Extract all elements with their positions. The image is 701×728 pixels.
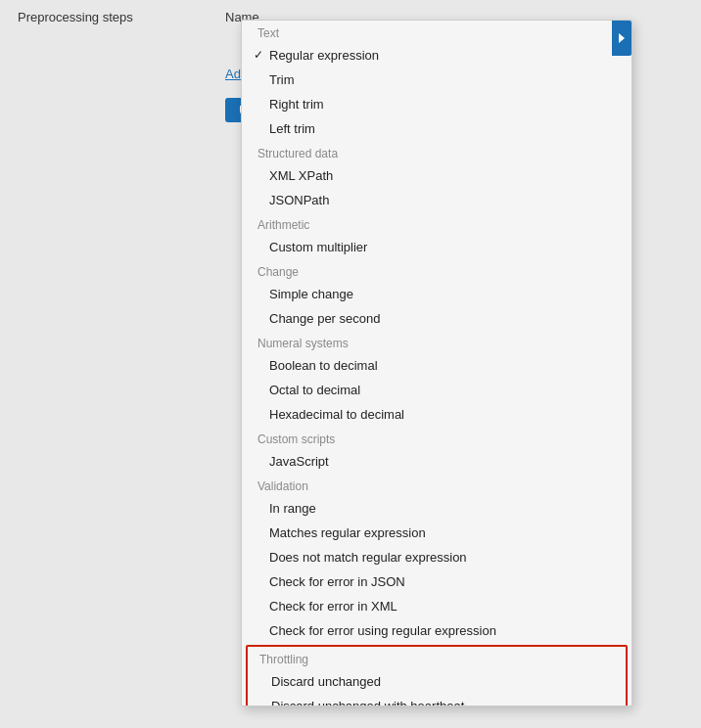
section-header-arithmetic: Arithmetic	[242, 212, 631, 235]
dropdown-item-simple-change[interactable]: Simple change	[242, 282, 631, 306]
dropdown-item-discard-unchanged[interactable]: Discard unchanged	[248, 669, 626, 694]
dropdown-item-javascript[interactable]: JavaScript	[242, 449, 631, 474]
dropdown-item-custom-multiplier[interactable]: Custom multiplier	[242, 235, 631, 259]
throttling-section: ThrottlingDiscard unchangedDiscard uncha…	[246, 645, 628, 705]
dropdown-arrow-indicator	[612, 21, 631, 56]
dropdown-item-right-trim[interactable]: Right trim	[242, 92, 631, 116]
dropdown-item-matches-regular-expression[interactable]: Matches regular expression	[242, 521, 631, 545]
dropdown-item-change-per-second[interactable]: Change per second	[242, 306, 631, 331]
dropdown-item-jsonpath[interactable]: JSONPath	[242, 188, 631, 212]
dropdown-item-check-for-error-in-xml[interactable]: Check for error in XML	[242, 594, 631, 618]
dropdown-item-xml-xpath[interactable]: XML XPath	[242, 163, 631, 188]
preprocessing-dropdown: TextRegular expressionTrimRight trimLeft…	[241, 20, 632, 706]
section-header-change: Change	[242, 259, 631, 282]
dropdown-item-trim[interactable]: Trim	[242, 68, 631, 92]
section-header-text: Text	[242, 21, 631, 43]
dropdown-item-discard-unchanged-with-heartbeat[interactable]: Discard unchanged with heartbeat	[248, 694, 626, 705]
section-header-custom-scripts: Custom scripts	[242, 427, 631, 449]
section-header-numeral-systems: Numeral systems	[242, 331, 631, 353]
dropdown-item-boolean-to-decimal[interactable]: Boolean to decimal	[242, 353, 631, 378]
dropdown-item-octal-to-decimal[interactable]: Octal to decimal	[242, 378, 631, 402]
dropdown-item-hexadecimal-to-decimal[interactable]: Hexadecimal to decimal	[242, 402, 631, 427]
dropdown-item-check-for-error-using-regular-expression[interactable]: Check for error using regular expression	[242, 618, 631, 643]
sidebar-label: Preprocessing steps	[18, 10, 133, 24]
section-header-validation: Validation	[242, 474, 631, 496]
dropdown-item-does-not-match-regular-expression[interactable]: Does not match regular expression	[242, 545, 631, 569]
dropdown-item-regular-expression[interactable]: Regular expression	[242, 43, 631, 68]
section-header-throttling: Throttling	[248, 647, 626, 669]
dropdown-item-in-range[interactable]: In range	[242, 496, 631, 521]
dropdown-item-left-trim[interactable]: Left trim	[242, 116, 631, 141]
dropdown-item-check-for-error-in-json[interactable]: Check for error in JSON	[242, 569, 631, 594]
section-header-structured-data: Structured data	[242, 141, 631, 163]
dropdown-inner: TextRegular expressionTrimRight trimLeft…	[242, 21, 631, 705]
